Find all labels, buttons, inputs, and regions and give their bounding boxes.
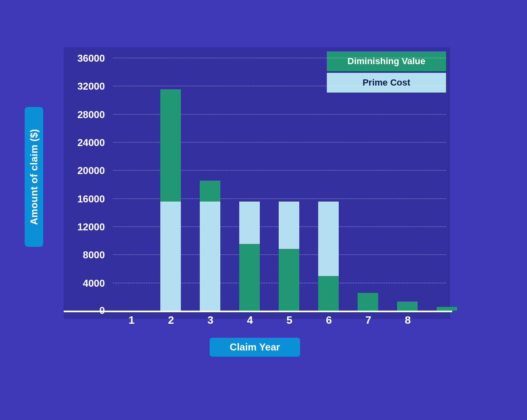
x-tick-label: 7 (358, 314, 379, 327)
x-tick-label: 2 (161, 314, 181, 327)
y-tick-label: 12000 (68, 221, 105, 233)
y-tick-label: 20000 (68, 165, 105, 176)
x-tick-label: 3 (200, 314, 221, 327)
y-tick-label: 24000 (68, 137, 105, 149)
x-axis-title: Claim Year (230, 341, 280, 353)
x-tick-label: 6 (319, 314, 339, 327)
bar-diminishing-value (279, 249, 299, 311)
y-tick-label: 16000 (68, 193, 105, 205)
bar-diminishing-value (239, 244, 260, 311)
y-axis-title-box: Amount of claim ($) (25, 107, 43, 247)
x-tick-label: 5 (279, 314, 300, 327)
y-axis-title: Amount of claim ($) (28, 129, 40, 225)
bars-layer (113, 58, 446, 311)
bar-diminishing-value (437, 307, 457, 311)
x-tick-label: 4 (240, 314, 260, 327)
x-axis-title-box: Claim Year (210, 338, 300, 357)
bar-prime-cost (200, 202, 220, 311)
x-tick-label: 1 (121, 314, 142, 327)
y-tick-label: 4000 (68, 278, 105, 289)
y-tick-label: 32000 (68, 81, 105, 92)
chart-container: Amount of claim ($) Diminishing Value Pr… (25, 47, 456, 376)
x-tick-label: 8 (398, 314, 418, 327)
bar-diminishing-value (318, 276, 339, 311)
y-tick-label: 8000 (68, 249, 105, 261)
bar-diminishing-value (358, 293, 378, 311)
bar-diminishing-value (397, 302, 418, 311)
y-tick-label: 36000 (68, 53, 105, 64)
y-tick-label: 28000 (68, 109, 105, 121)
x-axis-line (64, 311, 452, 312)
chart-panel: Diminishing Value Prime Cost 36000 32000… (64, 47, 450, 319)
bar-prime-cost (160, 202, 181, 311)
